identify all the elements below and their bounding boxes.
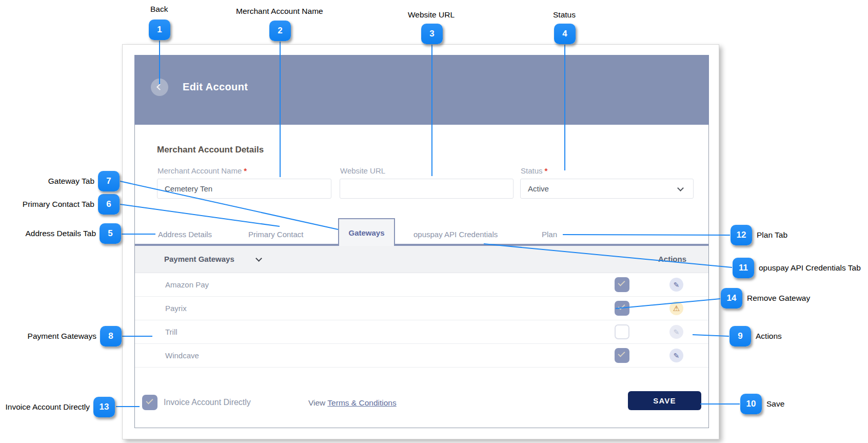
annotated-screenshot: Edit Account Merchant Account Details Me… [0, 0, 868, 443]
gateway-checkbox[interactable] [615, 324, 629, 339]
gateway-checkbox[interactable] [615, 348, 629, 363]
callout-label-plan-tab: Plan Tab [757, 230, 787, 240]
invoice-directly-label: Invoice Account Directly [164, 398, 251, 407]
table-header-row: Payment Gateways Actions [135, 246, 708, 273]
merchant-name-input[interactable]: Cemetery Ten [157, 179, 331, 199]
callout-badge-11: 11 [733, 258, 754, 278]
callout-label-save: Save [766, 399, 784, 409]
check-icon [146, 397, 153, 404]
merchant-name-value: Cemetery Ten [165, 184, 212, 193]
callout-badge-7: 7 [98, 171, 120, 191]
callout-badge-4: 4 [554, 24, 576, 44]
callout-badge-12: 12 [731, 225, 752, 245]
table-row: Windcave ✎ [135, 344, 708, 368]
terms-line: View Terms & Conditions [308, 398, 397, 408]
merchant-name-label: Merchant Account Name* [157, 166, 247, 175]
gateway-name: Trill [165, 328, 177, 336]
tab-primary-contact[interactable]: Primary Contact [248, 230, 304, 239]
table-row: Trill ✎ [135, 320, 708, 344]
gateway-checkbox[interactable] [615, 301, 629, 316]
status-label-text: Status [521, 166, 543, 175]
tab-plan[interactable]: Plan [542, 230, 557, 239]
tab-gateways[interactable]: Gateways [338, 218, 395, 246]
check-icon [618, 350, 625, 357]
callout-label-primary-contact-tab: Primary Contact Tab [23, 200, 94, 209]
table-row: Payrix ⚠ [135, 297, 708, 320]
chevron-down-icon [677, 185, 684, 191]
edit-icon[interactable]: ✎ [669, 278, 683, 292]
callout-badge-6: 6 [98, 194, 120, 215]
callout-badge-13: 13 [93, 397, 115, 417]
callout-badge-14: 14 [721, 288, 742, 309]
gateway-name: Windcave [165, 351, 199, 360]
callout-badge-2: 2 [269, 21, 291, 41]
callout-label-back: Back [150, 5, 168, 14]
back-chevron-icon [156, 84, 163, 90]
callout-label-website-url: Website URL [408, 10, 455, 20]
callout-badge-3: 3 [421, 24, 443, 44]
section-title: Merchant Account Details [157, 145, 264, 155]
callout-label-actions: Actions [756, 332, 782, 341]
terms-and-conditions-link[interactable]: Terms & Conditions [327, 398, 396, 407]
actions-header: Actions [658, 255, 686, 263]
chevron-down-icon[interactable] [255, 255, 262, 262]
gateway-name: Payrix [165, 304, 187, 313]
edit-icon-disabled: ✎ [669, 325, 683, 339]
gateway-checkbox[interactable] [615, 277, 629, 292]
save-button[interactable]: SAVE [628, 391, 701, 410]
status-value: Active [528, 184, 549, 193]
callout-badge-10: 10 [740, 394, 762, 414]
tab-opuspay-api-credentials[interactable]: opuspay API Credentials [413, 230, 498, 239]
merchant-name-label-text: Merchant Account Name [157, 166, 242, 175]
check-icon [618, 302, 625, 310]
callout-label-gateway-tab: Gateway Tab [48, 177, 94, 186]
required-asterisk: * [244, 166, 247, 175]
callout-label-remove-gateway: Remove Gateway [747, 294, 810, 303]
warning-icon[interactable]: ⚠ [669, 301, 683, 315]
callout-label-opuspay-tab: opuspay API Credentials Tab [759, 263, 861, 273]
edit-icon[interactable]: ✎ [669, 349, 683, 362]
view-text: View [308, 398, 327, 407]
website-url-label: Website URL [340, 166, 385, 175]
status-label: Status* [521, 166, 547, 175]
callout-badge-8: 8 [100, 326, 122, 346]
status-select[interactable]: Active [520, 179, 694, 199]
check-icon [618, 279, 625, 286]
required-asterisk: * [545, 166, 548, 175]
table-row: Amazon Pay ✎ [135, 273, 708, 297]
window-header-bar: Edit Account [134, 55, 709, 125]
callout-label-invoice-directly: Invoice Account Directly [5, 402, 90, 412]
callout-badge-5: 5 [100, 223, 121, 244]
page-title: Edit Account [183, 81, 248, 93]
website-url-input[interactable] [340, 179, 514, 199]
callout-badge-1: 1 [149, 20, 170, 40]
callout-label-address-details-tab: Address Details Tab [25, 229, 96, 238]
back-button[interactable] [151, 79, 168, 96]
gateway-name: Amazon Pay [165, 280, 209, 289]
payment-gateways-header[interactable]: Payment Gateways [164, 255, 234, 263]
callout-label-merchant-name: Merchant Account Name [236, 7, 323, 16]
callout-badge-9: 9 [729, 326, 751, 346]
website-url-label-text: Website URL [340, 166, 385, 175]
tab-address-details[interactable]: Address Details [158, 230, 212, 239]
callout-label-status: Status [553, 10, 576, 20]
invoice-directly-checkbox[interactable] [142, 395, 157, 410]
callout-label-payment-gateways: Payment Gateways [28, 332, 96, 341]
